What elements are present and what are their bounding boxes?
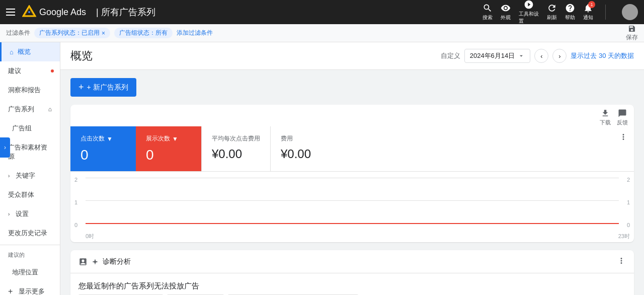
metric-clicks: 点击次数 ▼ 0 bbox=[70, 126, 136, 171]
refresh-nav-icon[interactable]: 刷新 bbox=[547, 3, 557, 21]
appearance-nav-label: 外观 bbox=[501, 14, 511, 21]
suggestions-section-label: 建议的 bbox=[0, 247, 60, 263]
save-icon bbox=[628, 25, 636, 33]
app-name: Google Ads bbox=[39, 7, 86, 18]
search-nav-label: 搜索 bbox=[482, 14, 493, 21]
date-value: 2024年6月14日 bbox=[470, 51, 515, 60]
nav-divider bbox=[605, 5, 606, 20]
hamburger-menu[interactable] bbox=[6, 6, 18, 18]
more-vert-icon bbox=[619, 132, 628, 141]
diag-more-button[interactable] bbox=[617, 256, 626, 267]
action-bar: 下载 反馈 bbox=[70, 105, 634, 126]
stats-card: 下载 反馈 点击次数 ▼ 0 bbox=[70, 105, 634, 242]
notification-badge: 1 bbox=[588, 1, 595, 8]
metric-cost-value: ¥0.00 bbox=[281, 147, 326, 161]
user-avatar[interactable] bbox=[622, 4, 638, 20]
chart-x-label-end: 23时 bbox=[618, 233, 630, 240]
stats-metrics: 点击次数 ▼ 0 展示次数 ▼ 0 平均每次点击费用 bbox=[70, 126, 634, 172]
download-button[interactable]: 下载 bbox=[600, 109, 611, 126]
filter-chip-adgroup-status[interactable]: 广告组状态：所有 bbox=[114, 28, 173, 38]
sidebar-item-geo[interactable]: 地理位置 bbox=[0, 263, 60, 282]
metric-clicks-label: 点击次数 ▼ bbox=[80, 134, 126, 143]
sidebar-show-more[interactable]: + 显示更多 bbox=[0, 282, 60, 295]
metric-impressions: 展示次数 ▼ 0 bbox=[136, 126, 201, 171]
main-content: 概览 自定义 2024年6月14日 ‹ › 显示过去 30 天的数据 + + 新… bbox=[60, 42, 644, 295]
overview-header-right: 自定义 2024年6月14日 ‹ › 显示过去 30 天的数据 bbox=[441, 49, 634, 63]
diag-settings-icon bbox=[92, 258, 99, 265]
chart-y-label-2-right: 2 bbox=[627, 177, 630, 183]
download-icon bbox=[601, 109, 610, 118]
sidebar-item-audiences[interactable]: 受众群体 bbox=[0, 185, 60, 204]
notification-nav-icon[interactable]: 1 通知 bbox=[583, 3, 593, 21]
diag-main-message: 您最近制作的广告系列无法投放广告 bbox=[78, 281, 626, 291]
feedback-button[interactable]: 反馈 bbox=[617, 109, 628, 126]
settings-expand-icon: › bbox=[8, 211, 10, 217]
show-more-icon: + bbox=[8, 287, 13, 295]
overview-title: 概览 bbox=[70, 48, 93, 63]
keywords-expand-icon: › bbox=[8, 173, 10, 179]
sidebar-item-settings[interactable]: › 设置 bbox=[0, 204, 60, 224]
feedback-icon bbox=[618, 109, 627, 118]
logo-area: Google Ads bbox=[22, 5, 86, 19]
filter-label: 过滤条件 bbox=[6, 29, 30, 37]
clicks-dropdown-icon[interactable]: ▼ bbox=[107, 135, 113, 142]
metric-cpc: 平均每次点击费用 ¥0.00 bbox=[202, 126, 270, 171]
help-nav-icon[interactable]: 帮助 bbox=[565, 3, 575, 21]
filter-chip-close-icon[interactable]: × bbox=[102, 30, 105, 37]
add-filter-button[interactable]: 添加过滤条件 bbox=[177, 29, 213, 37]
date-prev-button[interactable]: ‹ bbox=[534, 49, 548, 63]
chart-grid-line-1 bbox=[86, 200, 619, 201]
chart-y-label-1-right: 1 bbox=[627, 199, 630, 205]
diagnostics-card: 诊断分析 您最近制作的广告系列无法投放广告 请检查您最近制作的广告系 █████… bbox=[70, 250, 634, 295]
filter-bar: 过滤条件 广告系列状态：已启用 × 广告组状态：所有 添加过滤条件 保存 bbox=[0, 24, 644, 42]
metric-impressions-label: 展示次数 ▼ bbox=[146, 134, 191, 143]
help-icon bbox=[565, 3, 575, 13]
tools-nav-icon[interactable]: 工具和设置 bbox=[519, 0, 539, 25]
show-data-link[interactable]: 显示过去 30 天的数据 bbox=[571, 51, 634, 60]
suggestions-dot bbox=[51, 69, 54, 72]
google-ads-logo-icon bbox=[22, 5, 36, 19]
search-icon bbox=[482, 3, 493, 13]
metric-impressions-value: 0 bbox=[146, 147, 191, 163]
diag-header: 诊断分析 bbox=[70, 250, 634, 273]
diag-title: 诊断分析 bbox=[92, 257, 131, 266]
overview-header: 概览 自定义 2024年6月14日 ‹ › 显示过去 30 天的数据 bbox=[60, 42, 644, 70]
tools-icon bbox=[524, 0, 534, 10]
metric-cpc-label: 平均每次点击费用 bbox=[212, 134, 260, 143]
diag-more-icon bbox=[617, 256, 626, 265]
date-picker[interactable]: 2024年6月14日 bbox=[464, 49, 531, 63]
sidebar-expand-arrow[interactable]: › bbox=[0, 137, 10, 158]
sidebar-item-change-history[interactable]: 更改历史记录 bbox=[0, 224, 60, 243]
metric-more-button[interactable] bbox=[613, 126, 634, 171]
page-title: | 所有广告系列 bbox=[96, 6, 155, 18]
sidebar-item-campaigns[interactable]: 广告系列 ⌂ bbox=[0, 100, 60, 119]
filter-bar-right: 保存 bbox=[626, 25, 638, 42]
sidebar-item-keywords[interactable]: › 关键字 bbox=[0, 166, 60, 185]
date-next-button[interactable]: › bbox=[552, 49, 567, 63]
chart-x-label-start: 0时 bbox=[86, 233, 94, 240]
svg-point-2 bbox=[28, 11, 30, 13]
sidebar-item-suggestions[interactable]: 建议 bbox=[0, 61, 60, 81]
sidebar: ⌂ 概览 建议 洞察和报告 广告系列 ⌂ 广告组 广告和素材资源 › 关键字 受… bbox=[0, 42, 60, 295]
sidebar-item-adgroups[interactable]: 广告组 bbox=[0, 119, 60, 138]
diag-content: 您最近制作的广告系列无法投放广告 请检查您最近制作的广告系 ████████ 的… bbox=[70, 273, 634, 295]
home-icon: ⌂ bbox=[10, 48, 14, 56]
nav-icons: 搜索 外观 工具和设置 刷新 帮助 1 通知 bbox=[482, 0, 638, 25]
sidebar-item-insights[interactable]: 洞察和报告 bbox=[0, 81, 60, 100]
appearance-nav-icon[interactable]: 外观 bbox=[501, 3, 511, 21]
search-nav-icon[interactable]: 搜索 bbox=[482, 3, 493, 21]
main-layout: ⌂ 概览 建议 洞察和报告 广告系列 ⌂ 广告组 广告和素材资源 › 关键字 受… bbox=[0, 42, 644, 295]
help-nav-label: 帮助 bbox=[565, 14, 575, 21]
chart-y-label-1-left: 1 bbox=[74, 199, 77, 205]
metric-cost-label: 费用 bbox=[281, 134, 326, 143]
filter-chip-campaign-status[interactable]: 广告系列状态：已启用 × bbox=[34, 28, 110, 38]
sidebar-item-overview[interactable]: ⌂ 概览 bbox=[0, 42, 60, 61]
chart-y-label-0-right: 0 bbox=[627, 222, 630, 228]
dropdown-arrow-icon bbox=[518, 52, 525, 59]
top-navigation: Google Ads | 所有广告系列 搜索 外观 工具和设置 刷新 帮助 1 … bbox=[0, 0, 644, 24]
chart-y-label-2-left: 2 bbox=[74, 177, 77, 183]
save-button[interactable]: 保存 bbox=[626, 25, 638, 42]
new-campaign-button[interactable]: + + 新广告系列 bbox=[70, 78, 136, 97]
chart-grid-line-2 bbox=[86, 178, 619, 178]
impressions-dropdown-icon[interactable]: ▼ bbox=[172, 135, 178, 142]
